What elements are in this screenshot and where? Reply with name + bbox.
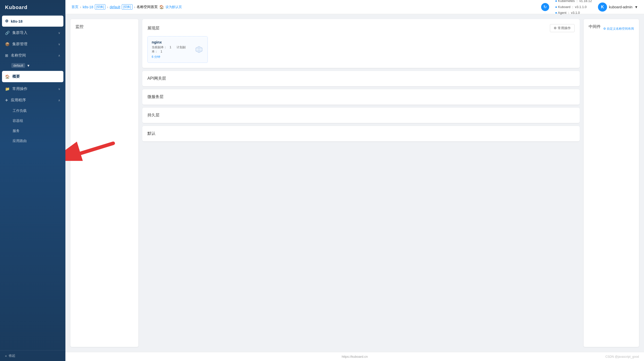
workload-meta: 当前副本： 1 计划副本： 1 bbox=[152, 45, 191, 54]
breadcrumb-sep3: › bbox=[134, 5, 135, 9]
chevron-up-icon: ∧ bbox=[58, 99, 60, 102]
breadcrumb-switch2[interactable]: [切换] bbox=[122, 4, 133, 10]
middleware-title: 中间件 bbox=[589, 24, 601, 29]
workload-time: 6 分钟 bbox=[152, 55, 191, 59]
chevron-down-icon: ∨ bbox=[58, 87, 60, 91]
breadcrumb-sep2: › bbox=[107, 5, 108, 9]
link-icon: 🔗 bbox=[5, 31, 10, 35]
cube-icon bbox=[194, 45, 204, 54]
home-icon: 🏠 bbox=[5, 74, 10, 79]
sidebar-item-label: k8s-18 bbox=[11, 19, 23, 23]
workload-card-nginx[interactable]: nginx 当前副本： 1 计划副本： 1 6 分钟 bbox=[147, 36, 208, 63]
sidebar-item-namespace[interactable]: ⊞ 名称空间 ∧ bbox=[0, 50, 65, 61]
persistence-title: 持久层 bbox=[147, 113, 575, 118]
set-default-action[interactable]: 设为默认页 bbox=[166, 5, 182, 9]
api-gateway-title: API网关层 bbox=[147, 76, 575, 81]
kubernetes-label: Kubernetes bbox=[558, 0, 575, 3]
section-default: 默认 bbox=[142, 126, 580, 141]
username: kuboard-admin bbox=[609, 5, 632, 9]
sidebar-item-label: 集群导入 bbox=[12, 30, 27, 35]
section-header: 展现层 ⚙ 常用操作 bbox=[147, 24, 575, 32]
workload-info: nginx 当前副本： 1 计划副本： 1 6 分钟 bbox=[152, 40, 191, 59]
section-api-gateway: API网关层 bbox=[142, 71, 580, 86]
sidebar-item-cluster-manage[interactable]: 📦 集群管理 ∨ bbox=[0, 38, 65, 50]
sidebar-item-k8s18[interactable]: ⚙ k8s-18 bbox=[2, 16, 63, 27]
breadcrumb: 首页 › k8s-18 [切换] › default [切换] › 名称空间首页… bbox=[71, 4, 539, 10]
planned-replicas-value: 1 bbox=[160, 50, 162, 53]
section-microservice: 微服务层 bbox=[142, 89, 580, 105]
custom-layout-link[interactable]: ⚙ 自定义名称空间布局 bbox=[603, 27, 634, 31]
breadcrumb-namespace-home: 名称空间首页 bbox=[137, 5, 158, 9]
sidebar-collapse-button[interactable]: « 收起 bbox=[0, 350, 65, 361]
user-avatar: K bbox=[598, 3, 607, 12]
footer-url[interactable]: https://kuboard.cn bbox=[342, 355, 368, 358]
footer-copyright: CSDN @javascript_good bbox=[605, 355, 639, 358]
sidebar-item-label: 集群管理 bbox=[12, 42, 27, 47]
gear-icon: ⚙ bbox=[5, 19, 8, 23]
folder-icon: 📁 bbox=[5, 87, 10, 91]
sidebar-item-common-ops[interactable]: 📁 常用操作 ∨ bbox=[0, 83, 65, 95]
home-icon: 🏠 bbox=[159, 5, 164, 9]
sidebar-item-overview[interactable]: 🏠 概要 bbox=[2, 71, 63, 82]
presentation-layer-title: 展现层 bbox=[147, 26, 159, 31]
section-presentation-layer: 展现层 ⚙ 常用操作 nginx 当前副本： 1 计划副本： 1 bbox=[142, 19, 580, 68]
kuboard-label: Kuboard bbox=[558, 5, 570, 9]
sidebar-item-applications[interactable]: ✈ 应用程序 ∧ bbox=[0, 95, 65, 106]
namespace-tag[interactable]: default bbox=[11, 63, 25, 68]
common-ops-button[interactable]: ⚙ 常用操作 bbox=[550, 24, 575, 32]
collapse-icon: « bbox=[5, 354, 7, 358]
refresh-button[interactable]: ↻ bbox=[541, 3, 549, 11]
namespace-selector[interactable]: default ▼ bbox=[0, 61, 65, 70]
kubernetes-version: v1.18.12 bbox=[579, 0, 592, 3]
chevron-up-icon: ∧ bbox=[58, 54, 60, 57]
kuboard-version: v3.1.1.0 bbox=[575, 5, 587, 9]
content-area: 监控 展现层 ⚙ 常用操作 nginx 当前副本： 1 bbox=[65, 14, 644, 352]
workload-name: nginx bbox=[152, 40, 191, 44]
sidebar-sub-label: 容器组 bbox=[13, 119, 23, 123]
section-persistence: 持久层 bbox=[142, 108, 580, 123]
sidebar-logo: Kuboard bbox=[0, 0, 65, 15]
chevron-down-icon: ∨ bbox=[58, 42, 60, 46]
current-replicas-value: 1 bbox=[170, 46, 171, 49]
user-info[interactable]: K kuboard-admin ▼ bbox=[598, 3, 638, 12]
sidebar-sub-label: 工作负载 bbox=[13, 109, 27, 113]
box-icon: 📦 bbox=[5, 42, 10, 47]
current-replicas-label: 当前副本： bbox=[152, 46, 167, 49]
breadcrumb-sep1: › bbox=[80, 5, 81, 9]
panel-middleware: 中间件 ⚙ 自定义名称空间布局 bbox=[584, 19, 639, 347]
middleware-header: 中间件 ⚙ 自定义名称空间布局 bbox=[589, 24, 634, 33]
collapse-label: 收起 bbox=[9, 353, 15, 358]
sidebar-item-label: 应用程序 bbox=[11, 98, 26, 103]
chevron-down-icon: ∨ bbox=[58, 31, 60, 35]
breadcrumb-default[interactable]: default bbox=[110, 5, 120, 9]
monitoring-title: 监控 bbox=[75, 24, 133, 29]
default-title: 默认 bbox=[147, 131, 575, 136]
sidebar-sub-services[interactable]: 服务 bbox=[0, 126, 65, 136]
panel-monitoring: 监控 bbox=[70, 19, 138, 347]
microservice-title: 微服务层 bbox=[147, 94, 575, 100]
sidebar-item-label: 名称空间 bbox=[11, 53, 26, 58]
sidebar-sub-workload[interactable]: 工作负载 bbox=[0, 106, 65, 116]
grid-icon: ⊞ bbox=[5, 53, 8, 58]
send-icon: ✈ bbox=[5, 98, 8, 103]
version-info: ● Kubernetes : v1.18.12 ● Kuboard : v3.1… bbox=[555, 0, 592, 16]
breadcrumb-home[interactable]: 首页 bbox=[71, 5, 78, 9]
sidebar-item-cluster-import[interactable]: 🔗 集群导入 ∨ bbox=[0, 27, 65, 38]
breadcrumb-k8s[interactable]: k8s-18 bbox=[83, 5, 93, 9]
header: 首页 › k8s-18 [切换] › default [切换] › 名称空间首页… bbox=[65, 0, 644, 14]
sidebar-sub-label: 服务 bbox=[13, 129, 20, 133]
sidebar-item-label: 常用操作 bbox=[12, 86, 27, 91]
main-area: 首页 › k8s-18 [切换] › default [切换] › 名称空间首页… bbox=[65, 0, 644, 361]
sidebar-sub-container-group[interactable]: 容器组 bbox=[0, 116, 65, 126]
breadcrumb-switch1[interactable]: [切换] bbox=[95, 4, 106, 10]
header-version-info: ● Kubernetes : v1.18.12 ● Kuboard : v3.1… bbox=[555, 0, 638, 16]
dropdown-icon: ▼ bbox=[27, 64, 30, 68]
user-dropdown-icon: ▼ bbox=[634, 5, 638, 9]
sidebar-item-label: 概要 bbox=[12, 74, 20, 79]
panel-middle: 展现层 ⚙ 常用操作 nginx 当前副本： 1 计划副本： 1 bbox=[142, 19, 580, 347]
footer: https://kuboard.cn CSDN @javascript_good bbox=[65, 352, 644, 361]
sidebar-sub-label: 应用路由 bbox=[13, 139, 27, 143]
sidebar-sub-app-routes[interactable]: 应用路由 bbox=[0, 136, 65, 146]
sidebar: Kuboard ⚙ k8s-18 🔗 集群导入 ∨ 📦 集群管理 ∨ ⊞ 名称空… bbox=[0, 0, 65, 361]
